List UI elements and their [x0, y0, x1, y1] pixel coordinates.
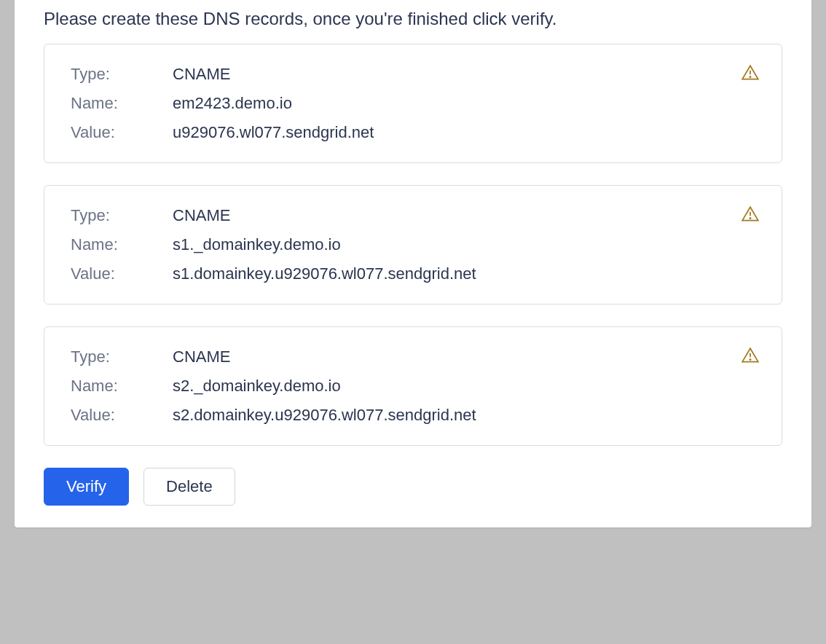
actions-bar: Verify Delete [15, 468, 811, 506]
dns-record-card: Type: CNAME Name: s1._domainkey.demo.io … [44, 185, 782, 305]
record-type-value: CNAME [173, 206, 230, 225]
dns-records-panel: Please create these DNS records, once yo… [15, 0, 811, 527]
warning-icon [741, 205, 760, 224]
record-name-value: em2423.demo.io [173, 94, 292, 113]
record-name-label: Name: [71, 94, 173, 113]
record-value-value: s1.domainkey.u929076.wl077.sendgrid.net [173, 264, 476, 283]
warning-icon [741, 346, 760, 365]
records-list: Type: CNAME Name: em2423.demo.io Value: … [15, 44, 811, 446]
warning-icon [741, 63, 760, 82]
dns-record-card: Type: CNAME Name: em2423.demo.io Value: … [44, 44, 782, 163]
instruction-text: Please create these DNS records, once yo… [15, 9, 811, 44]
delete-button[interactable]: Delete [143, 468, 235, 506]
record-name-label: Name: [71, 235, 173, 254]
record-value-value: u929076.wl077.sendgrid.net [173, 123, 374, 142]
record-type-label: Type: [71, 65, 173, 84]
svg-point-1 [750, 76, 750, 77]
record-value-label: Value: [71, 264, 173, 283]
svg-point-5 [750, 359, 750, 360]
record-type-value: CNAME [173, 347, 230, 366]
record-name-value: s1._domainkey.demo.io [173, 235, 341, 254]
record-value-label: Value: [71, 123, 173, 142]
record-value-value: s2.domainkey.u929076.wl077.sendgrid.net [173, 406, 476, 425]
record-name-value: s2._domainkey.demo.io [173, 377, 341, 396]
record-name-label: Name: [71, 377, 173, 396]
svg-point-3 [750, 218, 750, 219]
record-type-label: Type: [71, 206, 173, 225]
dns-record-card: Type: CNAME Name: s2._domainkey.demo.io … [44, 326, 782, 446]
record-type-value: CNAME [173, 65, 230, 84]
record-type-label: Type: [71, 347, 173, 366]
verify-button[interactable]: Verify [44, 468, 129, 506]
record-value-label: Value: [71, 406, 173, 425]
